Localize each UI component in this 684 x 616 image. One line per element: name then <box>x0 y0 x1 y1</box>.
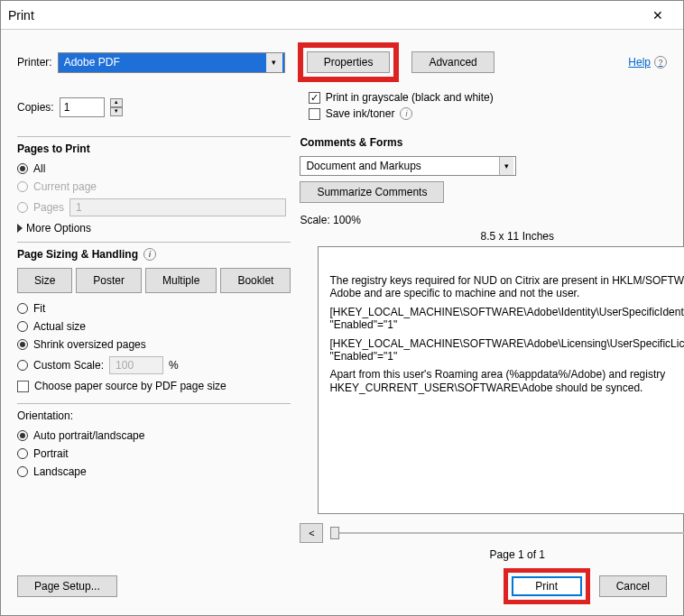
sizing-group: Page Sizing & Handling i Size Poster Mul… <box>17 242 291 396</box>
radio-custom[interactable] <box>17 360 28 371</box>
fit-label: Fit <box>33 302 45 315</box>
poster-button[interactable]: Poster <box>76 268 142 293</box>
print-highlight: Print <box>504 568 590 604</box>
grayscale-checkbox[interactable] <box>309 92 320 104</box>
actual-label: Actual size <box>33 320 86 333</box>
properties-button[interactable]: Properties <box>307 51 391 73</box>
radio-pages[interactable] <box>17 202 28 213</box>
preview-text: [HKEY_LOCAL_MACHINE\SOFTWARE\Adobe\Licen… <box>329 337 684 363</box>
papersource-label: Choose paper source by PDF page size <box>34 380 226 392</box>
size-button[interactable]: Size <box>17 268 72 293</box>
grayscale-label: Print in grayscale (black and white) <box>326 91 494 104</box>
custom-label: Custom Scale: <box>33 359 104 372</box>
copies-spinner[interactable]: ▲ ▼ <box>110 98 123 116</box>
print-button[interactable]: Print <box>512 576 582 596</box>
titlebar: Print ✕ <box>1 1 683 30</box>
window-title: Print <box>8 8 640 23</box>
comments-dropdown[interactable]: Document and Markups ▾ <box>300 156 516 176</box>
radio-current[interactable] <box>17 181 28 192</box>
page-setup-button[interactable]: Page Setup... <box>17 575 117 597</box>
spinner-up-icon[interactable]: ▲ <box>110 98 123 107</box>
auto-label: Auto portrait/landscape <box>33 429 144 442</box>
pages-input[interactable] <box>69 198 286 216</box>
printer-label: Printer: <box>17 56 52 69</box>
saveink-checkbox[interactable] <box>309 108 320 120</box>
printer-value: Adobe PDF <box>64 56 120 69</box>
print-preview: The registry keys required for NUD on Ci… <box>318 246 684 514</box>
radio-actual[interactable] <box>17 321 28 332</box>
orientation-title: Orientation: <box>17 409 291 422</box>
copies-input[interactable] <box>60 97 105 117</box>
saveink-label: Save ink/toner <box>326 107 395 120</box>
info-icon: i <box>400 107 412 120</box>
custom-scale-input[interactable] <box>109 356 163 374</box>
help-link[interactable]: Help ? <box>628 56 667 69</box>
zoom-slider[interactable] <box>330 532 684 534</box>
multiple-button[interactable]: Multiple <box>145 268 217 293</box>
portrait-label: Portrait <box>33 447 69 460</box>
booklet-button[interactable]: Booklet <box>220 268 291 293</box>
scale-label: Scale: 100% <box>300 214 684 226</box>
help-text: Help <box>628 56 651 69</box>
radio-landscape[interactable] <box>17 466 28 477</box>
copies-label: Copies: <box>17 101 54 114</box>
more-options-label: More Options <box>26 222 91 234</box>
all-label: All <box>33 162 45 175</box>
close-button[interactable]: ✕ <box>640 8 676 23</box>
prev-page-button[interactable]: < <box>300 523 323 543</box>
dropdown-caret-icon: ▾ <box>499 157 513 175</box>
print-dialog: Print ✕ Printer: Adobe PDF ▾ Properties … <box>0 0 684 616</box>
comments-title: Comments & Forms <box>300 136 684 149</box>
triangle-right-icon <box>17 224 23 233</box>
pages-title: Pages to Print <box>17 143 291 155</box>
more-options[interactable]: More Options <box>17 222 291 234</box>
preview-dim: 8.5 x 11 Inches <box>300 230 684 243</box>
slider-thumb[interactable] <box>330 527 339 539</box>
preview-text: The registry keys required for NUD on Ci… <box>329 274 684 300</box>
cancel-button[interactable]: Cancel <box>599 575 667 597</box>
landscape-label: Landscape <box>33 465 87 478</box>
papersource-checkbox[interactable] <box>17 381 29 392</box>
radio-fit[interactable] <box>17 303 28 314</box>
pages-label: Pages <box>33 201 64 214</box>
properties-highlight: Properties <box>298 42 400 82</box>
percent-label: % <box>169 359 179 372</box>
advanced-button[interactable]: Advanced <box>411 51 494 73</box>
sizing-title: Page Sizing & Handling <box>17 248 138 261</box>
printer-dropdown[interactable]: Adobe PDF ▾ <box>58 52 285 73</box>
dropdown-caret-icon: ▾ <box>266 53 282 72</box>
radio-portrait[interactable] <box>17 448 28 459</box>
shrink-label: Shrink oversized pages <box>33 338 146 351</box>
radio-shrink[interactable] <box>17 339 28 350</box>
current-label: Current page <box>33 180 97 193</box>
info-icon: i <box>143 248 156 261</box>
pages-to-print-group: Pages to Print All Current page Pages <box>17 136 291 234</box>
comments-value: Document and Markups <box>306 160 421 172</box>
orientation-group: Orientation: Auto portrait/landscape Por… <box>17 403 291 483</box>
radio-all[interactable] <box>17 163 28 174</box>
preview-text: Apart from this user's Roaming area (%ap… <box>329 368 684 394</box>
preview-text: [HKEY_LOCAL_MACHINE\SOFTWARE\Adobe\Ident… <box>329 306 684 332</box>
radio-auto-orient[interactable] <box>17 430 28 441</box>
page-count: Page 1 of 1 <box>300 548 684 561</box>
spinner-down-icon[interactable]: ▼ <box>110 107 123 116</box>
summarize-button[interactable]: Summarize Comments <box>300 181 444 203</box>
help-icon: ? <box>654 56 667 69</box>
